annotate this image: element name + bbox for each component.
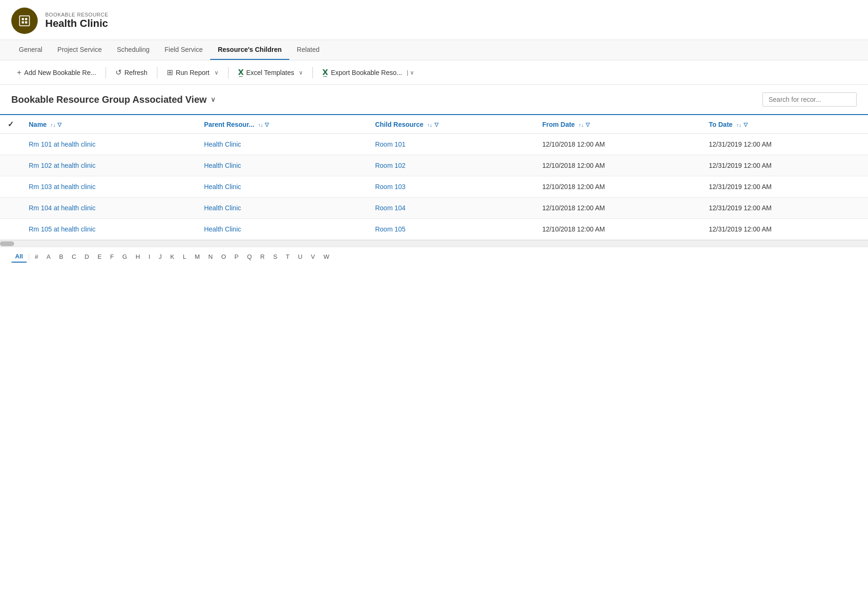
alpha-item-i[interactable]: I xyxy=(145,251,154,262)
export-button[interactable]: X̲ Export Bookable Reso... | ∨ xyxy=(317,65,419,80)
col-child-sort[interactable]: ↑↓ xyxy=(427,122,433,128)
export-dropdown-arrow: | ∨ xyxy=(407,69,414,76)
alpha-item-a[interactable]: A xyxy=(43,251,55,262)
report-icon: ⊞ xyxy=(167,68,173,77)
alpha-item-#[interactable]: # xyxy=(31,251,42,262)
alpha-item-v[interactable]: V xyxy=(307,251,319,262)
row-to-date: 12/31/2019 12:00 AM xyxy=(701,219,868,240)
col-name-filter[interactable]: ▽ xyxy=(57,122,61,128)
table-row[interactable]: Rm 101 at health clinic Health Clinic Ro… xyxy=(0,134,868,155)
row-parent-resource[interactable]: Health Clinic xyxy=(197,134,368,155)
svg-rect-3 xyxy=(22,21,24,24)
tab-related[interactable]: Related xyxy=(289,40,327,60)
row-name[interactable]: Rm 104 at health clinic xyxy=(21,198,197,219)
bookable-resource-icon xyxy=(18,14,31,27)
row-from-date: 12/10/2018 12:00 AM xyxy=(535,219,702,240)
alpha-item-g[interactable]: G xyxy=(119,251,131,262)
alpha-item-t[interactable]: T xyxy=(282,251,293,262)
toolbar-divider-1 xyxy=(106,67,106,78)
row-parent-resource[interactable]: Health Clinic xyxy=(197,176,368,198)
alpha-item-b[interactable]: B xyxy=(56,251,67,262)
horizontal-scrollbar[interactable] xyxy=(0,240,868,247)
table-row[interactable]: Rm 103 at health clinic Health Clinic Ro… xyxy=(0,176,868,198)
col-child-filter[interactable]: ▽ xyxy=(434,122,438,128)
alpha-item-w[interactable]: W xyxy=(319,251,333,262)
alpha-item-f[interactable]: F xyxy=(106,251,118,262)
row-child-resource[interactable]: Room 104 xyxy=(368,198,535,219)
row-child-resource[interactable]: Room 105 xyxy=(368,219,535,240)
col-from-date-sort[interactable]: ↑↓ xyxy=(579,122,584,128)
scroll-thumb[interactable] xyxy=(0,241,14,246)
table-row[interactable]: Rm 105 at health clinic Health Clinic Ro… xyxy=(0,219,868,240)
alpha-item-s[interactable]: S xyxy=(270,251,281,262)
row-checkbox-cell[interactable] xyxy=(0,155,21,176)
excel-templates-dropdown-arrow: ∨ xyxy=(299,69,303,76)
col-header-name: Name ↑↓ ▽ xyxy=(21,115,197,134)
table-row[interactable]: Rm 102 at health clinic Health Clinic Ro… xyxy=(0,155,868,176)
search-input[interactable] xyxy=(762,92,857,107)
alpha-item-o[interactable]: O xyxy=(217,251,229,262)
col-to-date-label: To Date xyxy=(709,121,732,128)
alpha-item-d[interactable]: D xyxy=(81,251,93,262)
alpha-item-q[interactable]: Q xyxy=(243,251,255,262)
alpha-item-u[interactable]: U xyxy=(294,251,306,262)
row-checkbox-cell[interactable] xyxy=(0,198,21,219)
select-all-checkbox[interactable]: ✓ xyxy=(8,120,14,128)
refresh-button[interactable]: ↺ Refresh xyxy=(110,65,153,80)
row-parent-resource[interactable]: Health Clinic xyxy=(197,198,368,219)
row-name[interactable]: Rm 102 at health clinic xyxy=(21,155,197,176)
row-child-resource[interactable]: Room 101 xyxy=(368,134,535,155)
row-parent-resource[interactable]: Health Clinic xyxy=(197,155,368,176)
add-new-button[interactable]: + Add New Bookable Re... xyxy=(11,66,102,80)
svg-rect-0 xyxy=(20,16,30,26)
excel-templates-button[interactable]: X̲ Excel Templates ∨ xyxy=(232,65,309,80)
col-from-date-filter[interactable]: ▽ xyxy=(586,122,590,128)
row-checkbox-cell[interactable] xyxy=(0,134,21,155)
col-from-date-label: From Date xyxy=(542,121,575,128)
plus-icon: + xyxy=(17,68,21,77)
col-parent-sort[interactable]: ↑↓ xyxy=(258,122,263,128)
col-header-child-resource: Child Resource ↑↓ ▽ xyxy=(368,115,535,134)
alpha-item-k[interactable]: K xyxy=(166,251,178,262)
alpha-item-p[interactable]: P xyxy=(231,251,243,262)
col-to-date-filter[interactable]: ▽ xyxy=(744,122,747,128)
col-to-date-controls: ↑↓ ▽ xyxy=(737,122,747,128)
alpha-item-r[interactable]: R xyxy=(256,251,268,262)
toolbar-divider-2 xyxy=(157,67,157,78)
tab-project-service[interactable]: Project Service xyxy=(50,40,109,60)
alpha-item-e[interactable]: E xyxy=(94,251,106,262)
row-child-resource[interactable]: Room 102 xyxy=(368,155,535,176)
row-name[interactable]: Rm 101 at health clinic xyxy=(21,134,197,155)
row-name[interactable]: Rm 105 at health clinic xyxy=(21,219,197,240)
row-checkbox-cell[interactable] xyxy=(0,176,21,198)
row-child-resource[interactable]: Room 103 xyxy=(368,176,535,198)
alpha-item-j[interactable]: J xyxy=(155,251,166,262)
view-title[interactable]: Bookable Resource Group Associated View … xyxy=(11,94,215,105)
row-name[interactable]: Rm 103 at health clinic xyxy=(21,176,197,198)
row-checkbox-cell[interactable] xyxy=(0,219,21,240)
row-to-date: 12/31/2019 12:00 AM xyxy=(701,176,868,198)
run-report-button[interactable]: ⊞ Run Report ∨ xyxy=(161,65,224,80)
row-from-date: 12/10/2018 12:00 AM xyxy=(535,198,702,219)
row-to-date: 12/31/2019 12:00 AM xyxy=(701,155,868,176)
row-parent-resource[interactable]: Health Clinic xyxy=(197,219,368,240)
col-name-controls: ↑↓ ▽ xyxy=(50,122,61,128)
row-to-date: 12/31/2019 12:00 AM xyxy=(701,134,868,155)
alpha-item-all[interactable]: All xyxy=(11,251,27,263)
table-row[interactable]: Rm 104 at health clinic Health Clinic Ro… xyxy=(0,198,868,219)
col-to-date-sort[interactable]: ↑↓ xyxy=(737,122,742,128)
alpha-item-n[interactable]: N xyxy=(205,251,216,262)
refresh-icon: ↺ xyxy=(115,68,122,77)
alpha-item-c[interactable]: C xyxy=(68,251,80,262)
col-name-sort[interactable]: ↑↓ xyxy=(50,122,56,128)
tab-scheduling[interactable]: Scheduling xyxy=(109,40,157,60)
export-label: Export Bookable Reso... xyxy=(331,69,402,76)
tab-general[interactable]: General xyxy=(11,40,50,60)
tab-field-service[interactable]: Field Service xyxy=(157,40,210,60)
alpha-item-l[interactable]: L xyxy=(179,251,190,262)
tab-resources-children[interactable]: Resource's Children xyxy=(210,40,289,60)
alpha-item-h[interactable]: H xyxy=(132,251,144,262)
col-parent-filter[interactable]: ▽ xyxy=(265,122,269,128)
col-header-to-date: To Date ↑↓ ▽ xyxy=(701,115,868,134)
alpha-item-m[interactable]: M xyxy=(191,251,204,262)
